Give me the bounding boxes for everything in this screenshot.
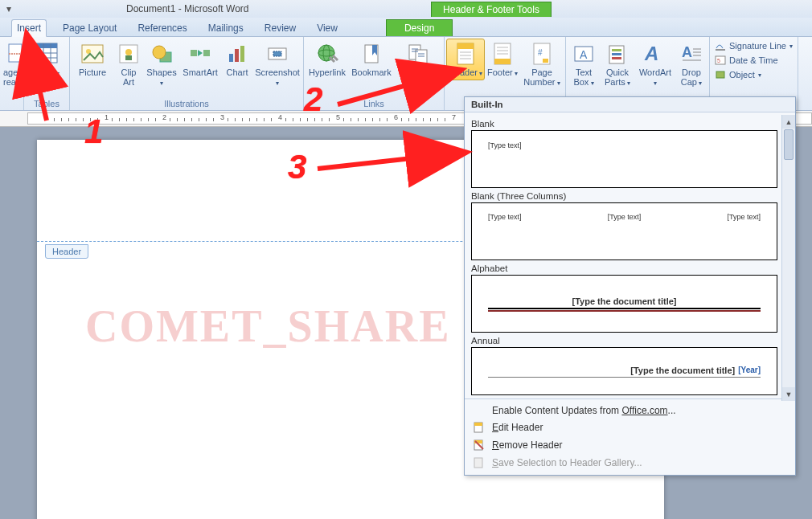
edit-header-button[interactable]: Edit Header [465,419,795,436]
clip-art-icon [117,43,140,65]
svg-point-14 [153,46,166,59]
watermark-text: COMET_SHARE [85,300,451,352]
picture-button[interactable]: Picture [72,39,113,80]
page-break-button[interactable]: age reak [2,39,24,89]
header-icon [455,42,476,66]
tab-design[interactable]: Design [386,19,453,36]
svg-rect-29 [416,50,427,64]
svg-rect-16 [203,50,210,56]
drop-cap-button[interactable]: A Drop Cap [675,39,707,89]
cross-reference-icon [407,43,429,65]
window-title: Document1 - Microsoft Word [18,3,387,14]
page-number-button[interactable]: # Page Number [520,39,564,89]
header-tag: Header [45,244,88,259]
remove-header-button[interactable]: Remove Header [465,436,795,454]
clip-art-button[interactable]: Clip Art [113,39,144,89]
chart-icon [226,43,248,65]
group-pages: age reak [0,37,24,110]
page-break-icon [7,43,24,65]
svg-rect-19 [235,49,239,62]
screenshot-button[interactable]: Screenshot [253,39,301,89]
tab-page-layout[interactable]: Page Layout [58,20,121,36]
page-number-icon: # [531,42,552,66]
svg-rect-64 [474,458,482,468]
svg-rect-60 [474,423,482,426]
tab-mailings[interactable]: Mailings [203,20,248,36]
gallery-item-label: Alphabet [471,264,777,273]
scroll-down-icon[interactable]: ▼ [782,387,795,401]
quick-parts-button[interactable]: Quick Parts [600,39,635,89]
smartart-icon [188,43,212,64]
gallery-item-blank-three-columns[interactable]: [Type text] [Type text] [Type text] [471,202,777,260]
smartart-button[interactable]: SmartArt [179,39,221,80]
bookmark-icon [361,43,382,65]
chart-button[interactable]: Chart [221,39,253,80]
svg-marker-17 [198,50,203,56]
object-button[interactable]: Object ▾ [715,69,793,80]
svg-rect-47 [612,53,621,55]
enable-content-updates-button[interactable]: Enable Content Updates from Office.com..… [465,403,795,419]
group-tables-caption: Tables [26,99,68,110]
table-icon [35,42,59,66]
shapes-button[interactable]: Shapes [144,39,179,89]
signature-line-button[interactable]: Signature Line ▾ [715,40,793,51]
svg-rect-3 [36,43,57,48]
svg-rect-42 [543,59,548,63]
gallery-item-label: Annual [471,336,777,345]
gallery-item-annual[interactable]: [Type the document title] [Year] [471,347,777,395]
wordart-button[interactable]: A WordArt [635,39,675,89]
ribbon-tab-strip: Insert Page Layout References Mailings R… [0,18,812,37]
gallery-item-alphabet[interactable]: [Type the document title] [471,275,777,333]
footer-button[interactable]: Footer [485,39,520,80]
svg-point-11 [125,49,132,55]
hyperlink-button[interactable]: Hyperlink [306,39,349,80]
hyperlink-icon [315,43,339,65]
cross-reference-button[interactable]: Cross-refere [394,39,442,89]
save-selection-header-gallery-button: Save Selection to Header Gallery... [465,454,795,472]
qat-customize-icon[interactable]: ▾ [0,3,18,14]
edit-header-icon [473,421,486,434]
save-header-icon [473,456,486,469]
remove-header-icon [473,439,486,452]
group-tables: Table Tables [24,37,70,110]
gallery-item-label: Blank (Three Columns) [471,191,777,201]
quick-parts-icon [606,43,629,65]
wordart-icon: A [643,43,667,65]
svg-text:5: 5 [717,58,720,63]
svg-rect-36 [494,59,511,64]
header-button[interactable]: Header [446,39,485,80]
footer-icon [492,42,513,66]
gallery-scrollbar[interactable]: ▲ ▼ [781,115,795,401]
contextual-tab-header-footer: Header & Footer Tools [431,2,552,17]
svg-rect-18 [229,54,233,62]
title-bar: ▾ Document1 - Microsoft Word Header & Fo… [0,0,812,18]
picture-icon [80,43,105,65]
bookmark-button[interactable]: Bookmark [349,39,394,80]
svg-rect-8 [82,45,103,63]
group-links: Hyperlink Bookmark Cross-refere Links [304,37,445,110]
annotation-number-1: 1 [84,112,103,151]
svg-rect-15 [191,50,197,56]
scroll-thumb[interactable] [784,129,794,160]
group-links-caption: Links [306,99,442,110]
tab-review[interactable]: Review [260,20,301,36]
object-icon [715,69,726,80]
scroll-up-icon[interactable]: ▲ [782,115,795,129]
date-time-icon: 5 [715,55,726,66]
drop-cap-icon: A [680,43,703,65]
table-button[interactable]: Table [26,39,68,80]
text-box-icon: A [572,43,595,65]
annotation-number-3: 3 [288,148,306,186]
text-box-button[interactable]: A Text Box [568,39,600,89]
signature-icon [715,40,726,51]
gallery-item-blank[interactable]: [Type text] [471,130,777,188]
tab-view[interactable]: View [312,20,342,36]
gallery-list[interactable]: Blank [Type text] Blank (Three Columns) … [465,112,795,398]
group-illustrations: Picture Clip Art Shapes SmartArt Chart S… [70,37,304,110]
date-time-button[interactable]: 5Date & Time [715,55,793,66]
svg-rect-20 [240,46,244,62]
tab-insert[interactable]: Insert [11,19,47,37]
svg-rect-31 [457,43,474,49]
tab-references[interactable]: References [133,20,191,36]
svg-text:#: # [538,48,543,57]
